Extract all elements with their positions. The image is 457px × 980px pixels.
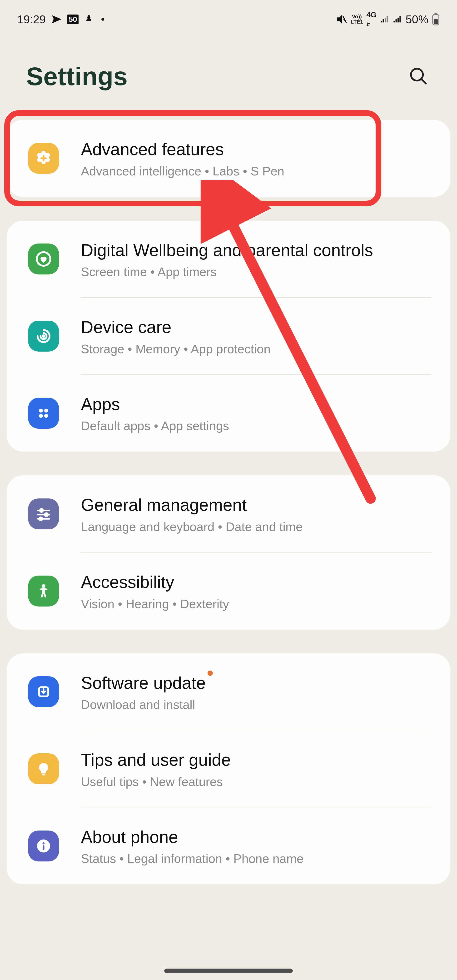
item-title: Device care [81, 316, 171, 339]
item-texts: Tips and user guideUseful tips • New fea… [81, 749, 436, 789]
status-right: Vo))LTE1 4G⇵ 50% [336, 11, 440, 28]
settings-item-accessibility[interactable]: AccessibilityVision • Hearing • Dexterit… [7, 552, 450, 630]
item-texts: About phoneStatus • Legal information • … [81, 826, 436, 866]
mute-vibrate-icon [336, 14, 347, 25]
settings-item-software-update[interactable]: Software updateDownload and install [7, 654, 450, 730]
item-title: Digital Wellbeing and parental controls [81, 239, 373, 262]
item-title: Advanced features [81, 138, 224, 161]
svg-point-10 [39, 414, 43, 418]
settings-item-tips-guide[interactable]: Tips and user guideUseful tips • New fea… [7, 730, 450, 807]
item-subtitle: Storage • Memory • App protection [81, 342, 436, 356]
svg-point-18 [41, 584, 45, 588]
info-icon [28, 830, 59, 861]
svg-rect-3 [434, 19, 438, 24]
svg-rect-2 [435, 13, 438, 15]
search-icon [408, 83, 428, 87]
item-subtitle: Language and keyboard • Date and time [81, 520, 436, 534]
spiral-icon [28, 321, 59, 352]
settings-group: Software updateDownload and installTips … [7, 654, 450, 885]
svg-point-13 [40, 509, 43, 512]
item-texts: Software updateDownload and install [81, 672, 436, 712]
home-indicator [164, 969, 293, 973]
search-button[interactable] [406, 63, 431, 89]
item-title: Accessibility [81, 571, 174, 593]
item-subtitle: Advanced intelligence • Labs • S Pen [81, 164, 436, 178]
volte-indicator: Vo))LTE1 [350, 14, 363, 24]
dot-icon [101, 18, 104, 21]
status-bar: 19:29 50 Vo))LTE1 4G⇵ 50% [0, 0, 457, 33]
settings-item-device-care[interactable]: Device careStorage • Memory • App protec… [7, 298, 450, 375]
item-title: General management [81, 494, 247, 516]
item-subtitle: Useful tips • New features [81, 775, 436, 789]
signal-bars-1-icon [380, 14, 389, 24]
item-subtitle: Status • Legal information • Phone name [81, 851, 436, 866]
chess-icon [84, 14, 94, 24]
item-title: About phone [81, 826, 178, 848]
battery-pct: 50% [406, 13, 428, 26]
person-icon [28, 576, 59, 606]
item-texts: General managementLanguage and keyboard … [81, 494, 436, 534]
gear-plus-icon [28, 143, 59, 174]
settings-item-advanced-features[interactable]: Advanced featuresAdvanced intelligence •… [7, 120, 450, 197]
status-left: 19:29 50 [17, 13, 104, 26]
settings-header: Settings [0, 33, 457, 120]
item-texts: Digital Wellbeing and parental controlsS… [81, 239, 436, 279]
svg-point-15 [45, 513, 48, 516]
settings-item-general-management[interactable]: General managementLanguage and keyboard … [7, 476, 450, 552]
item-title: Tips and user guide [81, 749, 231, 771]
bulb-icon [28, 753, 59, 784]
svg-point-21 [43, 842, 45, 844]
item-subtitle: Download and install [81, 697, 436, 712]
signal-bars-2-icon [393, 14, 402, 24]
update-badge-dot [207, 671, 213, 676]
svg-point-7 [43, 335, 45, 337]
item-texts: AppsDefault apps • App settings [81, 393, 436, 433]
item-subtitle: Screen time • App timers [81, 265, 436, 279]
telegram-icon [51, 14, 62, 25]
download-arrow-icon [28, 676, 59, 707]
settings-group: Advanced featuresAdvanced intelligence •… [7, 120, 450, 197]
svg-point-9 [44, 409, 48, 412]
dots-grid-icon [28, 398, 59, 429]
svg-point-17 [39, 517, 42, 520]
settings-group: General managementLanguage and keyboard … [7, 476, 450, 629]
settings-item-digital-wellbeing[interactable]: Digital Wellbeing and parental controlsS… [7, 221, 450, 298]
svg-point-11 [44, 414, 48, 418]
item-subtitle: Default apps • App settings [81, 419, 436, 433]
item-texts: Device careStorage • Memory • App protec… [81, 316, 436, 356]
svg-rect-22 [43, 845, 44, 850]
battery-icon [432, 13, 440, 25]
heart-ring-icon [28, 243, 59, 274]
network-type: 4G⇵ [366, 11, 377, 28]
settings-item-about-phone[interactable]: About phoneStatus • Legal information • … [7, 807, 450, 885]
settings-group: Digital Wellbeing and parental controlsS… [7, 221, 450, 452]
svg-line-0 [343, 16, 346, 23]
page-title: Settings [26, 61, 127, 91]
item-texts: Advanced featuresAdvanced intelligence •… [81, 138, 436, 178]
sliders-icon [28, 498, 59, 530]
settings-item-apps[interactable]: AppsDefault apps • App settings [7, 375, 450, 452]
item-subtitle: Vision • Hearing • Dexterity [81, 597, 436, 611]
item-title: Apps [81, 393, 120, 415]
calendar-50-icon: 50 [67, 14, 78, 24]
status-time: 19:29 [17, 13, 46, 26]
item-texts: AccessibilityVision • Hearing • Dexterit… [81, 571, 436, 611]
item-title: Software update [81, 672, 205, 694]
svg-line-5 [422, 79, 426, 84]
svg-point-8 [39, 409, 43, 412]
